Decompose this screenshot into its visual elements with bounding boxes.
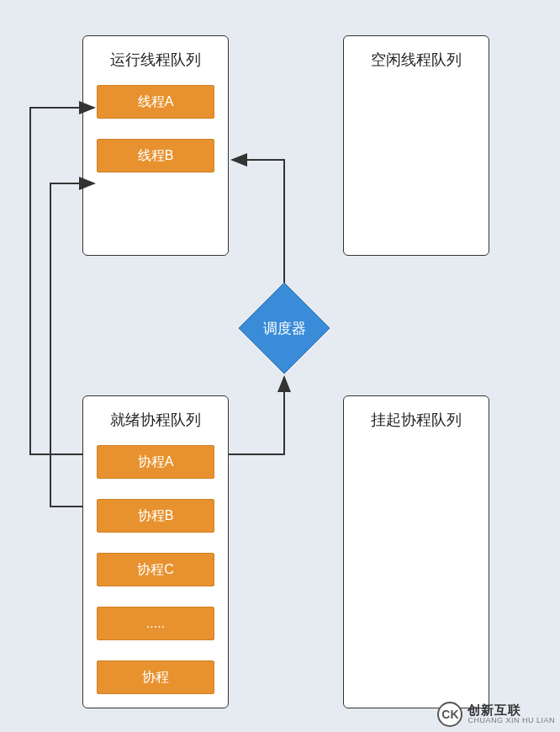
thread-item: 线程B — [97, 139, 214, 172]
arrow-scheduler-to-running — [232, 160, 284, 283]
watermark-sub: CHUANG XIN HU LIAN — [468, 717, 555, 725]
panel-title-running: 运行线程队列 — [97, 50, 214, 70]
panel-ready-coroutine-queue: 就绪协程队列 协程A 协程B 协程C ..... 协程 — [82, 395, 229, 708]
panel-suspended-coroutine-queue: 挂起协程队列 — [343, 395, 489, 708]
panel-idle-thread-queue: 空闲线程队列 — [343, 35, 489, 256]
panel-running-thread-queue: 运行线程队列 线程A 线程B — [82, 35, 229, 256]
watermark-logo-icon: CK — [437, 702, 462, 727]
watermark: CK 创新互联 CHUANG XIN HU LIAN — [437, 702, 555, 727]
panel-title-suspended: 挂起协程队列 — [357, 410, 475, 430]
arrow-ready-to-scheduler — [229, 377, 284, 454]
thread-item: 线程A — [97, 85, 214, 119]
panel-title-ready: 就绪协程队列 — [97, 410, 214, 430]
scheduler-node: 调度器 — [234, 278, 335, 379]
panel-title-idle: 空闲线程队列 — [357, 50, 475, 70]
coroutine-item: 协程B — [97, 499, 214, 533]
coroutine-item: 协程A — [97, 445, 214, 479]
scheduler-label: 调度器 — [234, 278, 335, 379]
coroutine-item: ..... — [97, 607, 214, 640]
coroutine-item: 协程C — [97, 553, 214, 586]
watermark-main: 创新互联 — [468, 703, 555, 718]
coroutine-item: 协程 — [97, 660, 214, 694]
